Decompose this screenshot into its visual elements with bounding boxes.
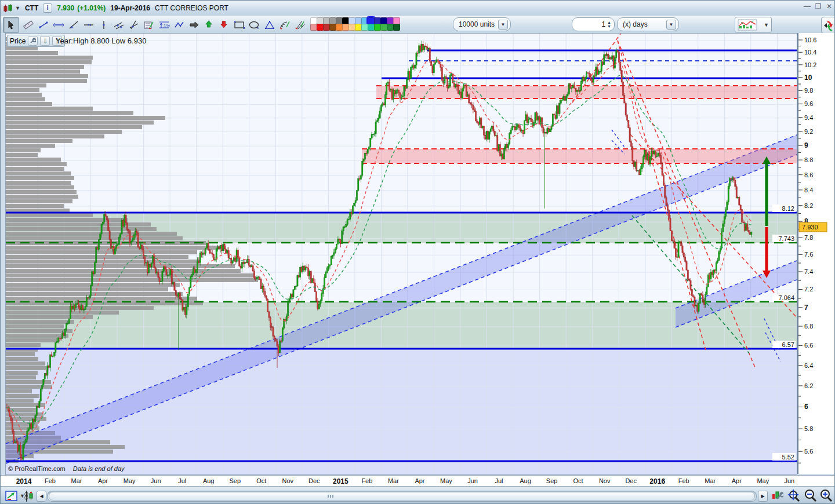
volume-profile-bar [6, 366, 46, 370]
percent-retracement-tool[interactable]: 1% [156, 17, 172, 33]
trading-app-window: ▼ CTT i 7.930 (+1.01%) 19-Apr-2016 CTT C… [0, 0, 835, 504]
symbol-dropdown-icon[interactable]: ▼ [15, 5, 20, 11]
parallel-channel-tool[interactable] [111, 17, 127, 33]
trendline-tool[interactable] [66, 17, 82, 33]
axis-tick-label: 8.2 [804, 202, 813, 209]
spinner-arrows-icon[interactable]: ▲▼ [607, 20, 614, 28]
provider-credit: © ProRealTime.com [8, 465, 66, 472]
vertical-line-tool[interactable] [96, 17, 112, 33]
horizontal-segment-tool[interactable] [50, 17, 67, 33]
segment-tool[interactable] [35, 17, 52, 33]
color-swatch[interactable] [393, 24, 400, 31]
triangle-tool[interactable] [262, 17, 278, 33]
chevron-down-icon[interactable]: ▼ [666, 20, 676, 30]
axis-tick-label: 7 [804, 304, 808, 312]
axis-tick-label: 10 [804, 74, 812, 82]
price-plot[interactable]: 8.127.7437.0646.575.52 Price ⇓ ⇑ Year:Hi… [5, 33, 797, 475]
zoom-out-button[interactable] [804, 489, 818, 503]
zoom-in-icon [819, 489, 833, 503]
time-axis-label: Dec [308, 477, 320, 484]
price-axis[interactable]: 5.65.866.26.46.66.877.27.47.67.888.28.48… [797, 33, 835, 474]
color-palette [310, 17, 400, 30]
display-mode-icon [5, 490, 18, 502]
volume-profile-bar [6, 120, 154, 125]
timeframe-select-value: (x) days [623, 20, 663, 28]
arrow-up-tool[interactable] [201, 17, 217, 33]
period-spinner[interactable]: ▲▼ [572, 17, 615, 31]
info-icon[interactable]: i [43, 3, 52, 13]
restore-icon[interactable]: ❐ [814, 2, 822, 10]
volume-profile-bar [6, 83, 46, 87]
volume-profile-bar [6, 88, 39, 92]
chart-style-button[interactable]: ▼ [735, 17, 772, 33]
rectangle-tool[interactable] [231, 17, 248, 33]
candlestick-chart[interactable]: 8.127.7437.0646.575.52 [6, 34, 797, 474]
zigzag-tool[interactable] [171, 17, 187, 33]
crossing-lines-tool[interactable] [126, 17, 142, 33]
move-pane-down-icon[interactable]: ⇓ [40, 36, 50, 46]
volume-profile-bar [6, 255, 188, 259]
arrow-right-tool[interactable] [186, 17, 202, 33]
time-axis-label: Jun [467, 477, 478, 484]
time-axis-label: May [124, 477, 136, 484]
volume-profile-bar [6, 190, 77, 194]
chart-preview-icon [738, 19, 757, 31]
volume-profile-bar [6, 357, 38, 361]
speed-lines-tool[interactable] [292, 17, 308, 33]
volume-profile-bar [6, 199, 72, 203]
chart-settings-button[interactable] [771, 489, 783, 503]
volume-profile-bar [6, 297, 197, 301]
time-axis-label: Apr [98, 477, 108, 484]
scrollbar-thumb[interactable] [49, 492, 755, 501]
volume-profile-bar [6, 311, 119, 315]
volume-profile-bar [6, 125, 142, 129]
axis-tick-label: 10.2 [804, 61, 816, 68]
time-axis-label: 2016 [649, 477, 665, 485]
chevron-down-icon[interactable]: ▼ [498, 20, 508, 30]
wrench-icon[interactable] [28, 36, 38, 46]
volume-profile-bar [6, 389, 32, 393]
volume-profile-bar [6, 227, 157, 231]
volume-profile-bar [6, 139, 72, 143]
volume-profile-bar [6, 315, 93, 319]
instrument-name: CTT CORREIOS PORT [155, 4, 228, 12]
volume-profile-bar [6, 93, 42, 97]
volume-profile-bar [6, 181, 71, 185]
volume-profile-bar [6, 334, 68, 338]
close-icon[interactable]: ✕ [825, 2, 833, 10]
candlestick-logo-icon [3, 3, 13, 13]
units-select[interactable]: 10000 units ▼ [453, 17, 511, 31]
price-marker-tool[interactable] [141, 17, 157, 33]
ruler-tool[interactable] [20, 17, 37, 33]
time-axis-label: May [757, 477, 769, 484]
level-label: 5.52 [782, 454, 794, 461]
volume-profile-bar [6, 264, 235, 268]
pointer-tool[interactable] [3, 17, 19, 33]
scroll-right-button[interactable]: ▶ [758, 491, 768, 502]
chevron-down-icon[interactable]: ▼ [764, 22, 769, 28]
volume-profile-bar [6, 278, 258, 282]
display-mode-button[interactable]: ▼ [5, 489, 25, 503]
fan-arc-tool[interactable] [277, 17, 293, 33]
axis-tick-label: 5.8 [804, 425, 813, 432]
minimize-icon[interactable]: — [803, 2, 811, 10]
volume-profile-bar [6, 385, 52, 389]
volume-profile-bar [6, 260, 200, 264]
horizontal-ray-tool[interactable] [81, 17, 97, 33]
scroll-left-button[interactable]: ◀ [37, 491, 46, 502]
zoom-fit-button[interactable] [786, 489, 801, 503]
collapse-panel-tab[interactable] [821, 17, 835, 34]
period-input[interactable] [572, 20, 607, 29]
ellipse-tool[interactable] [246, 17, 263, 33]
time-axis-label: Mar [705, 477, 716, 484]
time-axis-label: Sep [546, 477, 558, 484]
volume-profile-bar [6, 417, 46, 421]
timeframe-select[interactable]: (x) days ▼ [617, 17, 679, 31]
time-scrollbar[interactable] [47, 491, 757, 502]
axis-tick-label: 10.6 [804, 36, 816, 43]
volume-profile-bar [6, 144, 55, 148]
arrow-down-tool[interactable] [216, 17, 233, 33]
volume-profile-bar [6, 195, 78, 199]
zoom-in-button[interactable] [819, 489, 833, 503]
volume-profile-bar [6, 162, 67, 166]
